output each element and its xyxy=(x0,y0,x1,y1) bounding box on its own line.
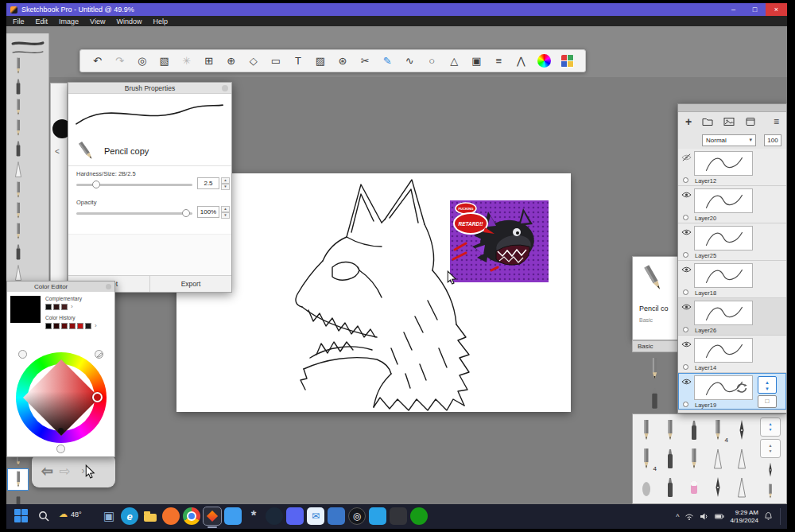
polygon-icon[interactable]: △ xyxy=(444,52,465,71)
history-swatch[interactable] xyxy=(61,323,68,329)
layer-visibility-icon[interactable] xyxy=(681,191,692,199)
step-down-icon[interactable]: ▼ xyxy=(221,212,230,219)
brush-thumbnail[interactable] xyxy=(8,180,28,200)
layer-visibility-icon[interactable] xyxy=(681,340,692,348)
export-button[interactable]: Export xyxy=(150,276,231,292)
zoom-icon[interactable]: ◎ xyxy=(131,52,153,71)
history-swatch[interactable] xyxy=(69,323,76,329)
ellipse-icon[interactable]: ○ xyxy=(421,52,443,71)
file-explorer-icon[interactable] xyxy=(142,507,159,525)
minimize-button[interactable]: – xyxy=(723,3,744,16)
discord-icon[interactable] xyxy=(286,507,304,525)
menu-help[interactable]: Help xyxy=(153,17,168,25)
cut-icon[interactable]: ✂ xyxy=(355,52,376,71)
comp-swatch[interactable] xyxy=(61,304,68,310)
vscode-icon[interactable] xyxy=(369,507,386,525)
panel-grip[interactable] xyxy=(678,104,786,112)
brush-cell[interactable]: 4 xyxy=(634,445,658,473)
chevron-right-icon[interactable]: › xyxy=(95,322,97,329)
step-down-icon[interactable]: ▼ xyxy=(769,449,773,454)
layer-options-button[interactable]: □ xyxy=(758,395,777,408)
step-down-icon[interactable]: ▼ xyxy=(221,184,230,190)
transparency-toggle-icon[interactable] xyxy=(18,350,27,359)
show-desktop-button[interactable] xyxy=(780,508,782,526)
step-down-icon[interactable]: ▼ xyxy=(769,427,773,433)
hidden-icons-chevron[interactable]: ^ xyxy=(676,513,679,521)
brush-thumbnail[interactable] xyxy=(8,221,28,242)
step-up-icon[interactable]: ▲ xyxy=(769,421,773,427)
shape-icon[interactable]: ▭ xyxy=(265,52,286,71)
import-image-icon[interactable]: ▣ xyxy=(466,52,487,71)
brush-cell[interactable] xyxy=(706,473,730,502)
text-tool-icon[interactable]: T xyxy=(287,52,308,71)
sketchbook-icon[interactable] xyxy=(204,507,221,525)
brush-thumbnail[interactable] xyxy=(8,76,28,97)
layer-select-circle[interactable] xyxy=(683,289,688,295)
photos-icon[interactable] xyxy=(328,507,345,525)
layer-menu-icon[interactable]: ≡ xyxy=(488,52,510,71)
epic-icon[interactable] xyxy=(390,507,407,525)
brush-cell[interactable] xyxy=(634,416,658,445)
curve-icon[interactable]: ∿ xyxy=(399,52,421,71)
layer-reorder-stepper[interactable]: ▲▼ xyxy=(758,376,777,394)
brush-cell[interactable] xyxy=(706,445,730,473)
chrome-icon[interactable] xyxy=(183,507,200,525)
opacity-stepper[interactable]: ▲ ▼ xyxy=(221,206,230,218)
store-icon[interactable] xyxy=(224,507,242,525)
brush-cell[interactable] xyxy=(658,473,682,502)
menu-view[interactable]: View xyxy=(90,17,105,25)
size-stepper[interactable]: ▲ ▼ xyxy=(760,417,781,437)
layer-row-14[interactable]: Layer14 ▲▼ □ xyxy=(678,336,786,373)
current-color-swatch[interactable] xyxy=(10,296,41,323)
xbox-icon[interactable] xyxy=(410,507,428,525)
chevron-right-icon[interactable]: › xyxy=(71,303,73,310)
brush-cell[interactable] xyxy=(682,473,706,502)
step-up-icon[interactable]: ▲ xyxy=(221,177,230,184)
clock[interactable]: 9:29 AM 4/19/2024 xyxy=(730,509,758,525)
edge-icon[interactable]: e xyxy=(121,507,138,525)
battery-icon[interactable] xyxy=(715,512,724,521)
layer-visibility-icon[interactable] xyxy=(681,378,692,386)
lasso-icon[interactable]: ⊕ xyxy=(220,52,242,71)
polyline-icon[interactable]: ◇ xyxy=(242,52,264,71)
panel-header[interactable]: Color Editor xyxy=(7,282,114,292)
expand-icon[interactable]: › xyxy=(82,465,85,476)
opacity-value-input[interactable]: 100% xyxy=(197,206,219,218)
eyedropper-icon[interactable] xyxy=(95,350,103,359)
notification-bell-icon[interactable] xyxy=(764,510,773,524)
layer-select-circle[interactable] xyxy=(683,402,688,407)
import-image-icon[interactable] xyxy=(723,117,735,126)
crop-icon[interactable]: ⊞ xyxy=(198,52,219,71)
menu-file[interactable]: File xyxy=(13,17,25,25)
close-icon[interactable] xyxy=(106,284,111,289)
start-button[interactable] xyxy=(14,509,29,523)
undo-icon[interactable]: ↶ xyxy=(87,52,108,71)
history-swatch[interactable] xyxy=(53,323,60,329)
brush-thumbnail[interactable] xyxy=(8,469,28,490)
wifi-icon[interactable] xyxy=(684,512,694,521)
brush-thumbnail[interactable] xyxy=(8,118,28,138)
menu-edit[interactable]: Edit xyxy=(36,17,48,25)
search-icon[interactable] xyxy=(38,511,49,522)
layer-select-circle[interactable] xyxy=(683,327,688,332)
brush-cell[interactable] xyxy=(730,445,754,473)
add-layer-button[interactable]: + xyxy=(685,118,692,126)
brush-thumbnail[interactable] xyxy=(8,138,28,159)
layer-opacity-input[interactable]: 100 xyxy=(764,134,781,146)
save-layer-icon[interactable] xyxy=(745,117,756,126)
settings-gear-icon[interactable]: * xyxy=(245,507,262,525)
layer-select-circle[interactable] xyxy=(683,364,688,370)
collapse-chevron-icon[interactable]: < xyxy=(55,147,60,156)
layer-thumbnail[interactable] xyxy=(694,188,753,213)
redo-icon[interactable]: ⇨ xyxy=(59,463,70,480)
layer-thumbnail[interactable] xyxy=(694,263,753,288)
brush-cell[interactable]: 4 xyxy=(706,416,730,445)
history-swatch[interactable] xyxy=(77,323,83,329)
layer-row-26[interactable]: Layer26 ▲▼ □ xyxy=(678,298,786,336)
close-icon[interactable] xyxy=(222,85,228,91)
layer-thumbnail[interactable] xyxy=(694,301,753,325)
layer-thumbnail[interactable] xyxy=(694,151,753,176)
layers-menu-icon[interactable]: ≡ xyxy=(774,116,779,127)
steam-icon[interactable] xyxy=(266,507,283,525)
layer-row-19[interactable]: Layer19 ▲▼ □ xyxy=(678,373,786,410)
